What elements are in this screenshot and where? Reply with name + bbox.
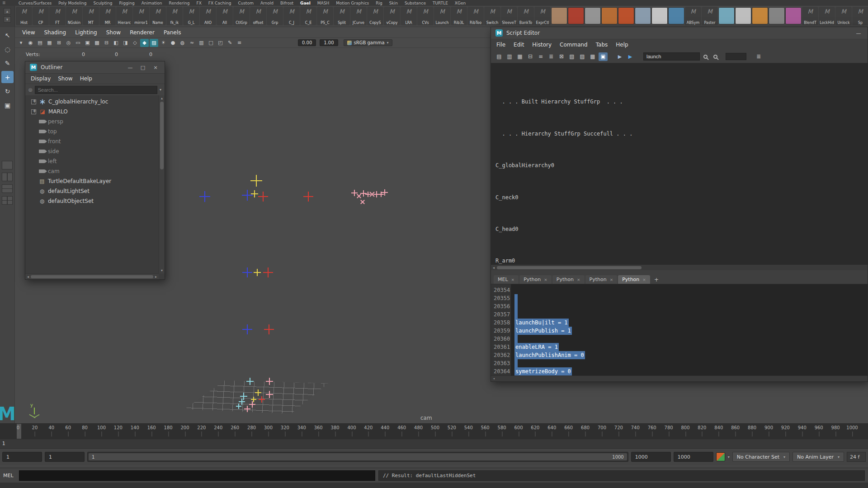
history-horizontal-scrollbar[interactable]: ◂	[491, 265, 868, 270]
playback-range-bar[interactable]: 1	[0, 439, 868, 448]
shelf-button[interactable]	[735, 7, 751, 24]
character-set-key-icon[interactable]	[716, 452, 725, 461]
shelf-button[interactable]: LockHid	[819, 7, 835, 25]
layout-preset-button[interactable]	[2, 196, 13, 205]
layout-preset-button[interactable]	[2, 184, 13, 193]
shelf-tab[interactable]: Rig	[376, 1, 382, 5]
expand-icon[interactable]	[31, 159, 37, 164]
outliner-menu-item[interactable]: Show	[58, 75, 72, 82]
script-editor-toolbar-icon[interactable]: ⊠	[557, 52, 566, 61]
shelf-button[interactable]	[568, 7, 584, 24]
tool-button[interactable]: ↻	[1, 85, 14, 97]
code-editor[interactable]: 20354 20355 20356 20357	[491, 284, 868, 381]
shelf-menu-up-icon[interactable]: ▴	[4, 8, 11, 14]
expand-icon[interactable]	[31, 109, 36, 114]
scrollbar-thumb[interactable]	[160, 102, 164, 169]
shelf-tab[interactable]: FX	[197, 1, 202, 5]
script-editor-menu-item[interactable]: Tabs	[596, 42, 608, 48]
shelf-tab[interactable]: Poly Modeling	[58, 1, 86, 5]
shelf-button[interactable]: Paster	[702, 7, 718, 25]
shelf-button[interactable]	[585, 7, 601, 24]
script-editor-toolbar-icon[interactable]: ▧	[567, 52, 576, 61]
shelf-tab[interactable]: Skin	[389, 1, 398, 5]
outliner-item[interactable]: left	[25, 156, 165, 166]
close-tab-icon[interactable]: ×	[511, 277, 515, 282]
filter-icon[interactable]: ◎	[28, 87, 33, 92]
close-tab-icon[interactable]: ×	[544, 277, 547, 282]
shelf-button[interactable]: Split	[334, 7, 350, 25]
scroll-left-icon[interactable]: ◂	[27, 275, 29, 279]
close-icon[interactable]: ×	[151, 65, 160, 70]
range-slider[interactable]: 1 1000	[87, 452, 628, 462]
script-editor-menu-item[interactable]: History	[532, 42, 552, 48]
shelf-button[interactable]: MR	[99, 7, 116, 25]
scroll-left-icon[interactable]: ◂	[493, 375, 495, 381]
expand-icon[interactable]	[31, 198, 37, 204]
chevron-down-icon[interactable]: ▾	[728, 455, 730, 459]
time-slider[interactable]: 0 20 40 60 80 100 120 140 160 180 200	[0, 423, 868, 439]
expand-icon[interactable]	[31, 178, 37, 184]
shelf-button[interactable]: MT	[83, 7, 99, 25]
outliner-item[interactable]: C_globalHierarchy_loc	[25, 97, 165, 107]
playback-end-field[interactable]: 1000	[631, 452, 671, 462]
scrollbar-thumb[interactable]	[31, 275, 153, 278]
shelf-menu-down-icon[interactable]: ▾	[4, 16, 11, 23]
shelf-button[interactable]: Unlock	[835, 7, 852, 25]
close-tab-icon[interactable]: ×	[642, 277, 646, 282]
script-editor-toolbar-icon[interactable]: ▩	[588, 52, 597, 61]
outliner-menu-item[interactable]: Display	[31, 75, 51, 82]
shelf-button[interactable]: CVs	[417, 7, 434, 25]
script-tab[interactable]: Python ×	[585, 275, 618, 284]
animation-start-field[interactable]: 1	[2, 452, 42, 462]
scroll-right-icon[interactable]: ▸	[155, 275, 157, 279]
shelf-button[interactable]: ABSym	[685, 7, 701, 25]
scrollbar-thumb[interactable]	[497, 266, 642, 269]
fps-dropdown[interactable]: 24 f	[847, 452, 866, 462]
shelf-button[interactable]: SleeveT	[501, 7, 517, 25]
search-option-field[interactable]	[726, 53, 746, 60]
shelf-button[interactable]: vCopy	[384, 7, 400, 25]
script-editor-menu-item[interactable]: File	[496, 42, 505, 48]
outliner-menu-item[interactable]: Help	[80, 75, 92, 82]
shelf-tab[interactable]: Motion Graphics	[336, 1, 369, 5]
playback-start-field[interactable]: 1	[45, 452, 85, 462]
command-input[interactable]	[19, 470, 375, 481]
shelf-tab[interactable]: Gael	[300, 1, 311, 5]
outliner-item[interactable]: front	[25, 136, 165, 146]
expand-icon[interactable]	[31, 129, 37, 135]
shelf-button[interactable]: AllO	[200, 7, 216, 25]
shelf-button[interactable]	[785, 7, 802, 24]
script-editor-titlebar[interactable]: M Script Editor —	[491, 27, 868, 39]
search-up-icon[interactable]	[713, 55, 717, 59]
outliner-item[interactable]: side	[25, 146, 165, 156]
expand-icon[interactable]	[31, 119, 37, 125]
new-tab-button[interactable]: +	[651, 277, 662, 284]
shelf-button[interactable]: G_L	[183, 7, 199, 25]
outliner-titlebar[interactable]: M Outliner — □ ×	[25, 61, 165, 74]
expand-icon[interactable]	[31, 188, 37, 194]
maximize-icon[interactable]: □	[138, 65, 147, 70]
outliner-item[interactable]: cam	[25, 166, 165, 176]
shelf-button[interactable]	[551, 7, 567, 24]
outliner-vertical-scrollbar[interactable]: ▴ ▾	[159, 95, 165, 273]
script-editor-toolbar-icon[interactable]: ▥	[505, 52, 514, 61]
script-editor-menu-item[interactable]: Command	[560, 42, 588, 48]
shelf-tab[interactable]: FX Caching	[208, 1, 231, 5]
scroll-up-icon[interactable]: ▴	[159, 96, 165, 100]
script-editor-menu-item[interactable]: Edit	[514, 42, 524, 48]
outliner-item[interactable]: top	[25, 127, 165, 136]
shelf-button[interactable]	[635, 7, 651, 24]
expand-icon[interactable]	[31, 149, 37, 155]
shelf-tab[interactable]: Bifrost	[280, 1, 293, 5]
shelf-tab[interactable]: XGen	[455, 1, 466, 5]
chevron-down-icon[interactable]: ▾	[160, 88, 161, 92]
shelf-tab[interactable]: Animation	[142, 1, 162, 5]
expand-icon[interactable]	[31, 139, 37, 145]
shelf-button[interactable]: offset	[250, 7, 266, 25]
close-tab-icon[interactable]: ×	[610, 277, 613, 282]
shelf-button[interactable]: CP	[33, 7, 49, 25]
shelf-button[interactable]: mirror1	[133, 7, 149, 25]
scroll-down-icon[interactable]: ▾	[159, 268, 165, 272]
shelf-tab[interactable]: TURTLE	[433, 1, 448, 5]
script-editor-toolbar-icon[interactable]: ⊟	[526, 52, 535, 61]
